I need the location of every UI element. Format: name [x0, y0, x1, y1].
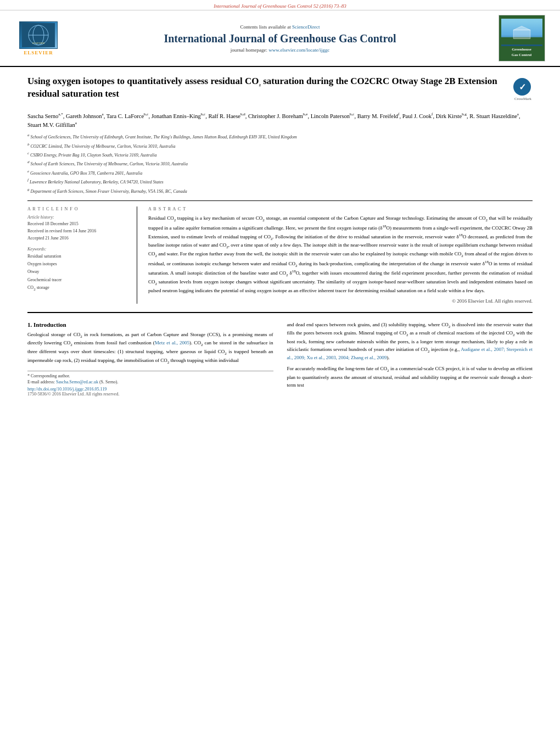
affiliation-a: a School of GeoSciences, The University …	[27, 132, 533, 141]
abstract-column: A B S T R A C T Residual CO2 trapping is…	[148, 207, 533, 303]
affiliation-e: e Geoscience Australia, GPO Box 378, Can…	[27, 169, 533, 177]
ref-metz-link[interactable]: Metz et al., 2005	[155, 340, 189, 345]
journal-header-bar: International Journal of Greenhouse Gas …	[0, 0, 560, 10]
abstract-label: A B S T R A C T	[148, 207, 533, 211]
keyword-2: Oxygen isotopes	[27, 260, 128, 268]
crossmark-badge: ✓ CrossMark	[513, 78, 533, 97]
section-divider	[27, 312, 533, 313]
journal-cover-area: Greenhouse Gas Control	[494, 15, 549, 62]
journal-citation: International Journal of Greenhouse Gas …	[214, 3, 346, 9]
elsevier-logo-image: ELSEVIER	[19, 21, 58, 49]
article-info-abstract: A R T I C L E I N F O Article history: R…	[27, 200, 533, 303]
footnotes: * Corresponding author. E-mail address: …	[27, 371, 273, 397]
crossmark-icon: ✓	[513, 78, 531, 96]
body-left-column: 1. Introduction Geological storage of CO…	[27, 321, 273, 397]
keyword-5: CO2 storage	[27, 284, 128, 293]
article-info-column: A R T I C L E I N F O Article history: R…	[27, 207, 137, 303]
cover-image	[501, 19, 542, 46]
journal-title: International Journal of Greenhouse Gas …	[164, 32, 396, 45]
revised-date: Received in revised form 14 June 2016	[27, 228, 128, 235]
contents-label: Contents lists available at ScienceDirec…	[240, 24, 320, 30]
journal-header: ELSEVIER ELSEVIER Contents lists availab…	[0, 10, 560, 67]
affiliation-f: f Lawrence Berkeley National Laboratory,…	[27, 177, 533, 186]
main-content: Using oxygen isotopes to quantitatively …	[0, 67, 560, 408]
received-date: Received 18 December 2015	[27, 221, 128, 228]
article-dates: Received 18 December 2015 Received in re…	[27, 221, 128, 242]
intro-paragraph-2: and dead end spaces between rock grains,…	[287, 321, 533, 389]
affiliation-g: g Department of Earth Sciences, Simon Fr…	[27, 187, 533, 195]
authors-line: Sascha Sernoa,*, Gareth Johnsona, Tara C…	[27, 111, 533, 130]
issn-line: 1750-5836/© 2016 Elsevier Ltd. All right…	[27, 392, 273, 397]
keywords-label: Keywords:	[27, 247, 128, 252]
svg-rect-7	[513, 30, 530, 39]
article-history-block: Article history: Received 18 December 20…	[27, 215, 128, 242]
elsevier-logo: ELSEVIER ELSEVIER	[19, 21, 58, 55]
homepage-label: journal homepage: www.elsevier.com/locat…	[231, 47, 329, 53]
elsevier-logo-area: ELSEVIER ELSEVIER	[11, 15, 66, 62]
affiliation-b: b CO2CRC Limited, The University of Melb…	[27, 142, 533, 150]
affiliation-c: c CSIRO Energy, Private Bag 10, Clayton …	[27, 150, 533, 159]
page: International Journal of Greenhouse Gas …	[0, 0, 560, 742]
copyright-line: © 2016 Elsevier Ltd. All rights reserved…	[148, 298, 533, 304]
article-title-section: Using oxygen isotopes to quantitatively …	[27, 75, 533, 105]
svg-text:ELSEVIER: ELSEVIER	[32, 42, 44, 44]
ref-audigane-link[interactable]: Audigane et al., 2007; Sterpenich et al.…	[287, 347, 533, 361]
history-label: Article history:	[27, 215, 128, 220]
accepted-date: Accepted 21 June 2016	[27, 235, 128, 242]
article-title: Using oxygen isotopes to quantitatively …	[27, 75, 508, 101]
homepage-link[interactable]: www.elsevier.com/locate/ijggc	[268, 47, 329, 53]
keywords-block: Keywords: Residual saturation Oxygen iso…	[27, 247, 128, 293]
email-link[interactable]: Sascha.Serno@ed.ac.uk	[56, 380, 98, 384]
body-columns: 1. Introduction Geological storage of CO…	[27, 321, 533, 397]
abstract-text: Residual CO2 trapping is a key mechanism…	[148, 215, 533, 294]
keyword-4: Geochemical tracer	[27, 276, 128, 284]
sciencedirect-link[interactable]: ScienceDirect	[292, 24, 320, 30]
journal-cover: Greenhouse Gas Control	[499, 15, 545, 62]
email-note: E-mail address: Sascha.Serno@ed.ac.uk (S…	[27, 380, 273, 384]
cover-label: Greenhouse Gas Control	[512, 47, 532, 57]
intro-paragraph-1: Geological storage of CO2 in rock format…	[27, 331, 273, 366]
affiliation-d: d School of Earth Sciences, The Universi…	[27, 159, 533, 168]
doi-link[interactable]: http://dx.doi.org/10.1016/j.ijggc.2016.0…	[27, 387, 273, 392]
affiliations: a School of GeoSciences, The University …	[27, 132, 533, 195]
corresponding-author-note: * Corresponding author.	[27, 373, 273, 378]
article-info-label: A R T I C L E I N F O	[27, 207, 128, 211]
elsevier-label: ELSEVIER	[24, 50, 53, 55]
keyword-1: Residual saturation	[27, 253, 128, 260]
journal-title-area: Contents lists available at ScienceDirec…	[71, 15, 489, 62]
keyword-3: Otway	[27, 268, 128, 276]
section-1-heading: 1. Introduction	[27, 321, 273, 328]
body-right-column: and dead end spaces between rock grains,…	[287, 321, 533, 397]
